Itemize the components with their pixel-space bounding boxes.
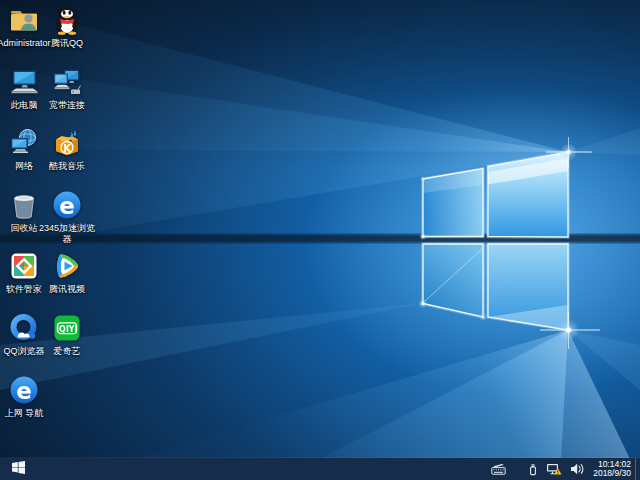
taskbar: 10:14:02 2018/9/30 (0, 458, 640, 480)
network-warning-icon[interactable] (542, 458, 566, 480)
desktop-icon-iqiyi[interactable]: iQIYI 爱奇艺 (46, 312, 88, 357)
iqiyi-icon: iQIYI (51, 312, 83, 344)
windows-logo-icon (12, 460, 25, 478)
desktop-icon-web-nav[interactable]: e 上网 导航 (3, 374, 45, 419)
desktop-icon-kuwo-music[interactable]: K 酷我音乐 (46, 127, 88, 172)
software-manager-icon (8, 250, 40, 282)
kuwo-music-icon: K (51, 127, 83, 159)
desktop-icon-label: 上网 导航 (0, 408, 54, 419)
show-desktop-button[interactable] (635, 458, 640, 480)
svg-text:K: K (63, 143, 72, 154)
desktop-icon-label: 酷我音乐 (37, 161, 97, 172)
desktop-icon-2345-browser[interactable]: e 2345加速浏览器 (46, 189, 88, 245)
qq-browser-icon (8, 312, 40, 344)
desktop-icons: Administrator 此电脑 网络 回收站 软件管家 QQ浏览器 e 上网… (0, 0, 640, 480)
desktop-icon-label: 腾讯QQ (37, 38, 97, 49)
network-globe-icon (8, 127, 40, 159)
e-browser-icon: e (51, 189, 83, 221)
computer-icon (8, 66, 40, 98)
desktop-icon-label: 腾讯视频 (37, 284, 97, 295)
desktop-icon-tencent-video[interactable]: 腾讯视频 (46, 250, 88, 295)
user-folder-icon (8, 4, 40, 36)
svg-text:e: e (59, 192, 75, 218)
tencent-video-icon (51, 250, 83, 282)
desktop-screen: Administrator 此电脑 网络 回收站 软件管家 QQ浏览器 e 上网… (0, 0, 640, 480)
touch-keyboard-icon[interactable] (487, 458, 510, 480)
desktop-icon-label: 爱奇艺 (37, 346, 97, 357)
volume-icon[interactable] (566, 458, 588, 480)
system-tray: 10:14:02 2018/9/30 (487, 458, 640, 480)
clock[interactable]: 10:14:02 2018/9/30 (588, 458, 635, 480)
e-browser-icon: e (8, 374, 40, 406)
desktop-icon-tencent-qq[interactable]: 腾讯QQ (46, 4, 88, 49)
desktop-icon-label: 宽带连接 (37, 100, 97, 111)
desktop-icon-broadband[interactable]: 宽带连接 (46, 66, 88, 111)
usb-device-icon[interactable] (524, 458, 542, 480)
svg-text:iQIYI: iQIYI (56, 325, 77, 334)
clock-date: 2018/9/30 (593, 469, 631, 479)
broadband-icon (51, 66, 83, 98)
start-button[interactable] (0, 458, 36, 480)
svg-text:e: e (16, 377, 32, 403)
qq-penguin-icon (51, 4, 83, 36)
desktop-icon-label: 2345加速浏览器 (37, 223, 97, 245)
recycle-bin-icon (8, 189, 40, 221)
